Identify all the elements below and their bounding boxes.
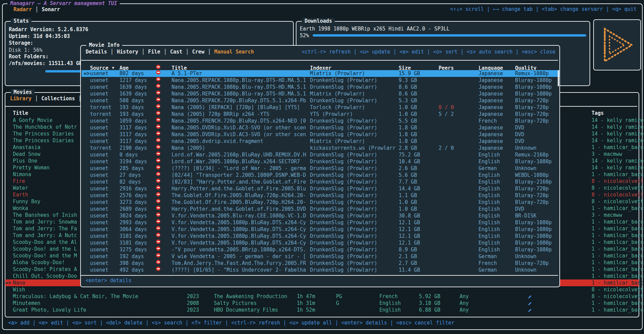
release-row[interactable]: usenet3117 daysNana.2005.DVDRip.XviD.AC3… [82, 131, 559, 138]
size-cell: 5.3 GB [399, 97, 417, 104]
release-row[interactable]: torrent193 daysNana (2005) [REPACK] [720… [82, 104, 559, 111]
release-row[interactable]: usenet2916 daysHarry.Potter.and.the.Gobl… [82, 185, 559, 192]
language-cell: English [479, 151, 500, 158]
size-cell: 14.4 GB [399, 185, 420, 192]
release-row[interactable]: usenet2689 daysHarry.Potter.and.the.Gobl… [82, 206, 559, 212]
library-row[interactable]: Minutemen2008Salty Pictures1h 31mGEnglis… [5, 300, 639, 307]
release-row[interactable]: usenet3101 daysV.for.Vendetta.2005.1080p… [82, 239, 559, 246]
release-row[interactable]: usenet3117 daysnana.2005.dvdrip.xvid.fra… [82, 138, 559, 145]
indexer-cell: DrunkenSlug (Prowlarr) [310, 97, 377, 104]
quality-cell: Bluray-720p [515, 104, 549, 111]
language-cell: English [479, 219, 500, 226]
source-cell: usenet [90, 179, 108, 185]
language-cell: English [479, 172, 500, 179]
indexer-cell: DrunkenSlug (Prowlarr) [310, 165, 377, 172]
release-row[interactable]: usenet3273 daysThe.Goblet.Of.Fire.2005.B… [82, 199, 559, 206]
release-row[interactable]: usenet2576 daysThe.Goblet.Of.Fire.2005.B… [82, 192, 559, 199]
language-cell: Japanese [479, 104, 503, 111]
release-row[interactable]: usenet1217 daysNana.2005.REPACK.1080p.Bl… [82, 77, 559, 84]
release-row[interactable]: usenet82 days[02/83] "Harry.Potter.and.t… [82, 179, 559, 185]
size-cell: 12.1 GB [399, 226, 420, 233]
language-cell: English [479, 239, 500, 246]
indexer-cell: DrunkenSlug (Prowlarr) [310, 212, 377, 219]
release-row[interactable]: torrent2190 daysNana (2005)kickasstorren… [82, 145, 559, 151]
release-row[interactable]: usenet3117 daysNana.2005.DVDRip.XviD.AC3… [82, 124, 559, 131]
age-cell: 3275 days [119, 246, 147, 253]
release-title-cell: The.Goblet.Of.Fire.2005.BluRay.720p.H264… [172, 192, 306, 199]
release-row[interactable]: usenet508 daysNana.2005.REPACK.720p.BluR… [82, 97, 559, 104]
release-row[interactable]: torrent193 daysNana (2005) 720p BRRip x2… [82, 111, 559, 118]
release-row[interactable]: =>usenet802 daysA 5.1-PTerMiatrix (Prowl… [82, 70, 559, 77]
modal-footer-divider [81, 275, 558, 276]
quality-cell: Unknown [515, 165, 536, 172]
age-cell: 1639 days [119, 84, 147, 90]
size-cell: 1.8 GB [399, 124, 417, 131]
tag-cell: 1 - hamilcar_barca [592, 239, 644, 246]
source-cell: usenet [90, 77, 108, 84]
size-cell: 15.9 GB [399, 70, 420, 77]
release-row[interactable]: usenet3024 daysV.for.Vendetta.2005.Blu-r… [82, 212, 559, 219]
size-cell: 5.92 GB [419, 293, 440, 300]
movie-title-cell: A Goofy Movie [13, 117, 52, 124]
release-row[interactable]: usenet3194 daysLord.of.War.2005.1080p.Bl… [82, 158, 559, 165]
size-cell: 7.7 GB [399, 179, 417, 185]
release-title-cell: Nana.2005.DVDRip.XviD.AC3-SVO (or other … [172, 131, 306, 138]
pencil-icon [528, 302, 532, 306]
language-cell: German [479, 267, 497, 273]
size-cell: 2.6 GB [399, 165, 417, 172]
movie-title-cell: The Princess Diaries [13, 130, 74, 137]
movie-title-cell: The Banshees of Inish [13, 212, 77, 218]
peers-cell: 2 / 0 [439, 145, 454, 151]
release-row[interactable]: usenet3275 days-"V pour vendetta.2005.BR… [82, 246, 559, 253]
age-cell: 3117 days [119, 138, 147, 145]
release-row[interactable]: usenet398 daysTom.And.Jerry.The.Fast.And… [82, 260, 559, 267]
library-row[interactable]: Miraculous: Ladybug & Cat Noir, The Movi… [5, 293, 639, 300]
library-row[interactable]: Wish8 - nicolecolvett [5, 286, 639, 293]
tag-cell: 14 - kelly ramirez [592, 137, 644, 144]
language-cell: English [479, 179, 500, 185]
language-cell: English [479, 199, 500, 206]
rejected-icon [156, 246, 160, 251]
release-row[interactable]: usenet3064 daysV.for.Vendetta.2005.1080p… [82, 226, 559, 233]
release-row[interactable]: usenet3101 daysV.for.Vendetta.2005.1080p… [82, 233, 559, 239]
indexer-cell: DrunkenSlug (Prowlarr) [310, 226, 377, 233]
release-title-cell: V.for.Vendetta.2005.1080p.BluRay.DTS.x26… [172, 219, 306, 226]
language-cell: Japanese [479, 77, 503, 84]
release-title-cell: V.for.Vendetta.2005.1080p.BluRay.DTS.x26… [172, 239, 306, 246]
language-cell: English [479, 246, 500, 253]
source-cell: usenet [90, 158, 108, 165]
rejected-icon [156, 253, 160, 257]
language-cell: French [479, 118, 497, 124]
rejected-icon [156, 185, 160, 190]
monitored-icon [528, 307, 532, 313]
quality-cell: Bluray-1080p [515, 219, 552, 226]
release-row[interactable]: usenet1059 daysNana.2005.FRENCH.720p.Blu… [82, 118, 559, 124]
release-row[interactable]: usenet0 daysLord.of.War.2005.2160p.BluRa… [82, 151, 559, 158]
indexer-cell: DrunkenSlug (Prowlarr) [310, 179, 377, 185]
release-row[interactable]: usenet192 daysV wie Vendetta - 2005 - ge… [82, 253, 559, 260]
studio-cell: HBO Documentary Films [214, 307, 278, 313]
release-row[interactable]: usenet2993 daysV.for.Vendetta.2005.1080p… [82, 219, 559, 226]
size-cell: 30.8 GB [399, 212, 420, 219]
results-scrollbar[interactable] [558, 70, 559, 86]
quality-cell: Bluray-1080p [515, 239, 552, 246]
release-row[interactable]: usenet1639 daysNana.2005.REPACK.1080p.Bl… [82, 90, 559, 97]
peers-cell: 5 / 2 [439, 111, 454, 118]
library-row[interactable]: Great Photo, Lovely Life2023HBO Document… [5, 307, 639, 313]
release-row[interactable]: usenet285 days(????) [01/34] - "Lord of … [82, 165, 559, 172]
release-row[interactable]: usenet1639 daysNana.2005.REPACK.1080p.Bl… [82, 84, 559, 90]
pencil-icon [528, 309, 532, 312]
quality-cell: BR-DISK [515, 212, 536, 219]
age-cell: 802 days [119, 70, 144, 77]
language-cell: Japanese [479, 84, 503, 90]
quality-cell: Remux-2160p [515, 151, 549, 158]
release-row[interactable]: usenet492 days(????) [01/65] - "Miss Und… [82, 267, 559, 273]
indexer-cell: DrunkenSlug (Prowlarr) [310, 253, 377, 260]
release-row[interactable]: usenet27 days[02/44] "Transporter 2.2005… [82, 172, 559, 179]
quality-cell: Remux-1080p [515, 70, 549, 77]
rejected-icon [156, 260, 160, 264]
tag-cell: 3 - macmww [592, 151, 622, 158]
movie-title-cell: Nana [13, 279, 25, 286]
tag-cell: 8 - nicolecolvett [592, 293, 644, 300]
movie-title-cell: Tom and Jerry: A Nutc [13, 232, 77, 239]
